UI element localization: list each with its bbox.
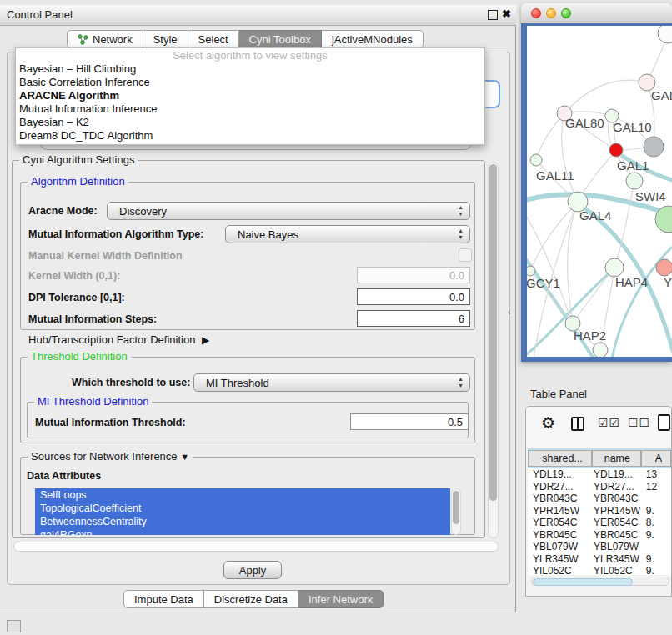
tab-label: Impute Data	[134, 593, 193, 606]
close-icon[interactable]: ✖	[502, 8, 511, 20]
collapsed-arrow-icon: ▶	[202, 334, 209, 346]
column-header-name[interactable]: name	[592, 450, 641, 467]
which-threshold-value: MI Threshold	[206, 377, 269, 389]
mi-steps-field[interactable]: 6	[357, 310, 470, 327]
table-cell: 9.	[641, 565, 671, 575]
manual-kernel-checkbox[interactable]	[459, 248, 472, 262]
which-threshold-combobox[interactable]: MI Threshold ▲▼	[193, 373, 470, 392]
select-all-checkboxes-icon[interactable]: ☑☑	[598, 416, 620, 429]
table-row[interactable]: YDL19...YDL19...13	[528, 468, 671, 481]
network-window-titlebar	[521, 3, 672, 24]
control-panel-tabs: NetworkStyleSelectCyni ToolboxjActiveMNo…	[67, 30, 424, 48]
mi-steps-label: Mutual Information Steps:	[28, 313, 157, 325]
tab-network[interactable]: Network	[67, 30, 143, 48]
network-edge[interactable]	[573, 268, 614, 323]
tab-jactivemnodules[interactable]: jActiveMNodules	[322, 30, 424, 48]
network-node[interactable]	[626, 172, 643, 189]
table-cell: YDL19...	[592, 468, 641, 481]
table-cell: 9.	[641, 529, 671, 542]
table-cell: YBL079W	[592, 541, 641, 553]
restore-panel-icon[interactable]	[7, 620, 21, 632]
sources-group-toggle[interactable]: Sources for Network Inference ▼	[28, 450, 193, 462]
close-traffic-light[interactable]	[531, 8, 541, 18]
table-row[interactable]: YBR043CYBR043C	[528, 492, 671, 505]
table-row[interactable]: YER054CYER054C8.	[528, 517, 671, 529]
algorithm-option-bayesian-k2[interactable]: Bayesian – K2	[16, 116, 484, 129]
apply-button[interactable]: Apply	[223, 561, 282, 579]
table-cell: 9.	[641, 553, 671, 566]
tab-infer-network[interactable]: Infer Network	[298, 590, 384, 608]
table-row[interactable]: YBR045CYBR045C9.	[528, 529, 671, 542]
network-canvas[interactable]: GALGAL80GAL10GAL1GAL11SWI4GAL4GCY1HAP4YH…	[527, 26, 672, 357]
network-node[interactable]	[609, 143, 623, 157]
aracne-mode-combobox[interactable]: Discovery ▲▼	[107, 202, 470, 220]
combobox-spinner-icon: ▲▼	[458, 376, 464, 389]
tab-style[interactable]: Style	[143, 30, 188, 48]
attribute-item-gal4rgexp[interactable]: gal4RGexp	[35, 528, 450, 535]
attributes-scrollbar-thumb[interactable]	[453, 491, 459, 524]
cyni-algorithm-settings-title: Cyni Algorithm Settings	[19, 153, 138, 166]
tab-label: Cyni Toolbox	[249, 33, 311, 46]
gear-icon[interactable]: ⚙	[541, 413, 555, 432]
node-label-y: Y	[664, 275, 672, 289]
algorithm-option-aracne-algorithm[interactable]: ARACNE Algorithm	[16, 89, 484, 102]
settings-vertical-scrollbar[interactable]	[488, 162, 499, 538]
attribute-item-selfloops[interactable]: SelfLoops	[35, 488, 450, 502]
deselect-all-checkboxes-icon[interactable]: ☐☐	[628, 416, 650, 429]
splitter-handle[interactable]: ‹	[508, 308, 510, 317]
table-row[interactable]: YPR145WYPR145W9.	[528, 505, 671, 518]
aracne-mode-label: Aracne Mode:	[28, 205, 98, 217]
tab-impute-data[interactable]: Impute Data	[123, 590, 204, 608]
attributes-list-scrollbar[interactable]	[451, 488, 461, 535]
attribute-item-topologicalcoefficient[interactable]: TopologicalCoefficient	[35, 502, 450, 515]
network-node[interactable]	[656, 259, 672, 276]
network-node[interactable]	[530, 154, 542, 166]
data-attributes-label: Data Attributes	[27, 470, 101, 482]
tab-discretize-data[interactable]: Discretize Data	[204, 590, 298, 608]
table-row[interactable]: YBL079WYBL079W	[528, 541, 671, 553]
tab-select[interactable]: Select	[188, 30, 239, 48]
settings-horizontal-scrollbar[interactable]	[13, 542, 499, 552]
column-header-A[interactable]: A	[641, 450, 671, 467]
algorithm-option-mutual-information-inference[interactable]: Mutual Information Inference	[16, 102, 484, 116]
hub-section-toggle[interactable]: Hub/Transcription Factor Definition ▶	[28, 333, 206, 346]
mi-threshold-field[interactable]: 0.5	[350, 413, 469, 430]
algorithm-option-dream8-dc-tdc-algorithm[interactable]: Dream8 DC_TDC Algorithm	[16, 129, 484, 142]
mi-type-combobox[interactable]: Naive Bayes ▲▼	[225, 225, 470, 243]
hub-section-label: Hub/Transcription Factor Definition	[28, 333, 195, 346]
minimize-traffic-light[interactable]	[546, 8, 556, 18]
combobox-spinner-icon: ▲▼	[458, 204, 464, 218]
table-row[interactable]: YIL052CYIL052C9.	[528, 565, 671, 575]
table-horizontal-scrollbar[interactable]	[531, 577, 669, 586]
network-node[interactable]	[593, 342, 608, 357]
node-label-gal11: GAL11	[536, 168, 574, 182]
control-panel-titlebar	[0, 5, 516, 26]
table-cell: 13	[641, 468, 671, 481]
new-document-icon[interactable]	[658, 414, 670, 431]
attribute-item-betweennesscentrality[interactable]: BetweennessCentrality	[35, 515, 450, 528]
tab-cyni-toolbox[interactable]: Cyni Toolbox	[239, 30, 322, 48]
network-node[interactable]	[658, 26, 672, 43]
network-node[interactable]	[527, 266, 535, 276]
node-label-hap4: HAP4	[615, 275, 648, 289]
network-node[interactable]	[644, 137, 664, 157]
kernel-width-field[interactable]: 0.0	[357, 267, 470, 283]
algorithm-option-bayesian-hill-climbing[interactable]: Bayesian – Hill Climbing	[16, 62, 484, 76]
table-cell: YPR145W	[592, 505, 641, 518]
split-columns-icon[interactable]	[571, 417, 584, 431]
table-row[interactable]: YDR27...YDR27...12	[528, 481, 671, 493]
data-attributes-list[interactable]: SelfLoopsTopologicalCoefficientBetweenne…	[35, 488, 450, 535]
network-edge[interactable]	[564, 80, 647, 113]
table-scrollbar-thumb[interactable]	[533, 578, 633, 586]
zoom-traffic-light[interactable]	[561, 8, 571, 18]
table-header-row: shared...nameA	[528, 448, 671, 468]
settings-scrollbar-thumb[interactable]	[489, 164, 497, 501]
float-window-icon[interactable]	[488, 10, 498, 20]
network-edge[interactable]	[536, 113, 564, 160]
network-node[interactable]	[605, 258, 624, 277]
dpi-tolerance-field[interactable]: 0.0	[357, 288, 470, 305]
algorithm-option-basic-correlation-inference[interactable]: Basic Correlation Inference	[16, 76, 484, 89]
table-row[interactable]: YLR345WYLR345W9.	[528, 553, 671, 566]
column-header-shared-[interactable]: shared...	[528, 450, 592, 467]
table-cell: YDR27...	[592, 481, 641, 493]
